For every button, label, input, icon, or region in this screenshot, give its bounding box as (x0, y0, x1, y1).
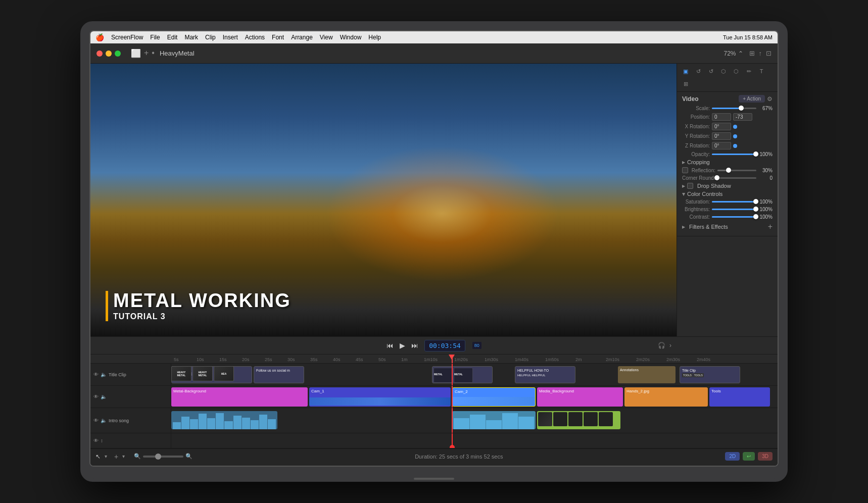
plus-icon[interactable]: + (144, 48, 149, 58)
close-button[interactable] (97, 51, 103, 57)
track-visibility-icon[interactable]: 👁 (93, 372, 99, 377)
clip-cam1[interactable]: Cam_1 (309, 387, 451, 407)
x-rotation-input[interactable] (712, 123, 731, 130)
dot-icon: • (152, 48, 155, 58)
cropping-header[interactable]: ▶ Cropping (682, 159, 773, 165)
color-controls-header[interactable]: ▶ Color Controls (682, 191, 773, 197)
video-preview[interactable]: METAL WORKING TUTORIAL 3 (90, 64, 677, 336)
corner-round-value: 0 (758, 175, 773, 181)
position-y-input[interactable] (733, 113, 752, 121)
playhead-4 (452, 433, 453, 448)
saturation-slider[interactable] (712, 201, 756, 203)
brightness-slider[interactable] (712, 209, 756, 210)
pointer-dropdown[interactable]: ▾ (105, 454, 107, 459)
y-rotation-dot[interactable] (733, 134, 737, 138)
track-4-pointer-icon[interactable]: ↕ (101, 438, 103, 443)
volume-icon[interactable]: 🎧 (658, 342, 665, 349)
menu-window[interactable]: Window (340, 34, 362, 41)
menu-edit[interactable]: Edit (167, 34, 178, 41)
track-audio-icon[interactable]: 🔈 (101, 372, 107, 377)
track-4-content[interactable] (171, 433, 778, 448)
contrast-slider[interactable] (712, 216, 756, 218)
forward-button[interactable]: ⏭ (411, 341, 418, 349)
zoom-slider[interactable]: 🔍 🔍 (134, 453, 192, 460)
reflection-slider[interactable] (717, 170, 756, 171)
y-rotation-input[interactable] (712, 132, 731, 140)
scale-slider[interactable] (712, 108, 756, 109)
track-3-visibility-icon[interactable]: 👁 (93, 418, 99, 423)
apple-menu[interactable]: 🍎 (95, 33, 104, 41)
rewind-button[interactable]: ⏮ (387, 341, 394, 349)
reflection-checkbox[interactable] (682, 167, 688, 173)
panel-export-tab[interactable]: ⬡ (731, 66, 742, 77)
track-1-content[interactable]: Title Clip WELCOME TO THE Follow us on s… (171, 364, 778, 385)
panel-text-tab[interactable]: T (756, 66, 767, 77)
panel-annotate-tab[interactable]: ✏ (743, 66, 754, 77)
timeline-btn-3[interactable]: 3D (758, 452, 773, 461)
clip-howto[interactable]: HELPFUL HOW-TO HELPFUL HELPFUL (515, 366, 575, 383)
clip-audio-cam2[interactable] (452, 411, 536, 429)
clip-hands[interactable]: Hands_2.jpg (624, 387, 708, 407)
add-filter-button[interactable]: + (768, 223, 773, 231)
clip-title-tools[interactable]: Title Clip TOOLS TOOLS (680, 366, 740, 383)
drop-shadow-checkbox[interactable] (687, 183, 693, 189)
contrast-row: Contrast: 100% (682, 214, 773, 220)
clip-cam2-selected[interactable]: Cam_2 (452, 387, 536, 407)
panel-audio-tab[interactable]: ↺ (693, 66, 704, 77)
position-x-input[interactable] (712, 113, 731, 121)
menu-mark[interactable]: Mark (184, 34, 198, 41)
zoom-in-icon[interactable]: 🔍 (185, 453, 192, 460)
play-button[interactable]: ▶ (400, 341, 405, 349)
pointer-tool[interactable]: ↖ (95, 453, 101, 460)
add-dropdown[interactable]: ▾ (122, 454, 125, 459)
add-track-btn[interactable]: + (114, 452, 118, 461)
panel-callout-tab[interactable]: ⊞ (680, 78, 691, 89)
clip-annotations[interactable]: Annotations (618, 366, 676, 383)
square-icon[interactable]: ⬜ (131, 48, 141, 58)
track-2-visibility-icon[interactable]: 👁 (93, 394, 99, 399)
z-rotation-input[interactable] (712, 142, 731, 149)
menu-insert[interactable]: Insert (223, 34, 238, 41)
export-icon[interactable]: ↑ (759, 49, 762, 57)
menu-file[interactable]: File (150, 34, 160, 41)
menu-arrange[interactable]: Arrange (291, 34, 313, 41)
track-4-visibility-icon[interactable]: 👁 (93, 438, 99, 443)
timeline-btn-1[interactable]: 2D (725, 452, 740, 461)
menu-font[interactable]: Font (272, 34, 284, 41)
zoom-stepper[interactable]: ⌃ (738, 50, 743, 57)
menu-clip[interactable]: Clip (205, 34, 216, 41)
menu-view[interactable]: View (320, 34, 333, 41)
menu-help[interactable]: Help (368, 34, 381, 41)
chevron-right-icon[interactable]: › (669, 342, 671, 349)
corner-round-slider[interactable] (717, 177, 756, 179)
maximize-button[interactable] (115, 51, 121, 57)
clip-thumbs-row: HEAVYMETAL HEAVYMETAL HEA (171, 366, 234, 381)
minimize-button[interactable] (106, 51, 112, 57)
panel-motion-tab[interactable]: ↺ (705, 66, 716, 77)
clip-audio-intro[interactable] (171, 411, 277, 429)
settings-button[interactable]: ⚙ (767, 95, 773, 103)
timeline-btn-2[interactable]: ↩ (743, 452, 755, 461)
action-button[interactable]: + Action (739, 95, 765, 103)
clip-metal-bg-1[interactable]: Metal-Background (171, 387, 308, 407)
opacity-slider[interactable] (712, 154, 756, 155)
track-2-audio-icon[interactable]: 🔈 (101, 394, 107, 399)
timeline-area[interactable]: 5s 10s 15s 20s 25s 30s 35s 40s 45s 50s 1… (90, 355, 778, 466)
track-3-audio-icon[interactable]: 🔈 (101, 418, 107, 423)
panel-effects-tab[interactable]: ⬡ (718, 66, 729, 77)
playback-bar: ⏮ ▶ ⏭ 00:03:54 80 🎧 › (90, 336, 778, 355)
menu-actions[interactable]: Actions (245, 34, 265, 41)
clip-tools[interactable]: Tools (709, 387, 770, 407)
panel-video-tab[interactable]: ▣ (680, 66, 691, 77)
clip-title-2[interactable]: Follow us on social m (254, 366, 304, 383)
zoom-out-icon[interactable]: 🔍 (134, 453, 141, 460)
z-rotation-dot[interactable] (733, 144, 737, 148)
track-3-content[interactable]: Cam_3 (171, 408, 778, 433)
clip-media-bg-2[interactable]: Media_Background (537, 387, 623, 407)
menu-app-name[interactable]: ScreenFlow (111, 34, 143, 41)
track-2-content[interactable]: Metal-Background Cam_1 Ca (171, 386, 778, 408)
crop-icon[interactable]: ⊞ (749, 49, 755, 57)
video-title-main: METAL WORKING (113, 291, 291, 310)
panel-toggle-icon[interactable]: ⊡ (766, 49, 771, 57)
x-rotation-dot[interactable] (733, 125, 737, 129)
